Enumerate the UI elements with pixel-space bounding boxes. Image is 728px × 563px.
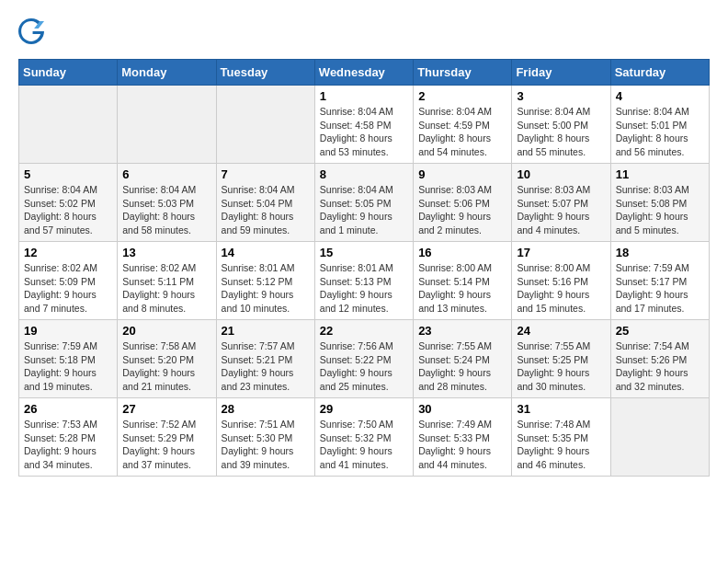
calendar-cell (19, 86, 118, 164)
logo-icon (18, 18, 44, 44)
day-info: Sunrise: 7:52 AM Sunset: 5:29 PM Dayligh… (122, 418, 210, 472)
weekday-header: Sunday (19, 60, 118, 86)
day-number: 30 (418, 402, 506, 416)
day-info: Sunrise: 8:04 AM Sunset: 5:04 PM Dayligh… (222, 183, 310, 237)
day-info: Sunrise: 7:59 AM Sunset: 5:18 PM Dayligh… (24, 339, 112, 394)
calendar-cell: 20Sunrise: 7:58 AM Sunset: 5:20 PM Dayli… (118, 320, 216, 398)
calendar-cell (118, 86, 216, 164)
day-info: Sunrise: 8:04 AM Sunset: 5:05 PM Dayligh… (320, 183, 408, 237)
day-number: 13 (122, 246, 210, 259)
logo (18, 18, 48, 44)
calendar-cell: 4Sunrise: 8:04 AM Sunset: 5:01 PM Daylig… (610, 86, 709, 164)
day-number: 23 (418, 324, 506, 338)
calendar-cell: 18Sunrise: 7:59 AM Sunset: 5:17 PM Dayli… (610, 242, 709, 320)
day-number: 26 (24, 402, 112, 416)
day-number: 31 (517, 402, 605, 416)
calendar-cell: 17Sunrise: 8:00 AM Sunset: 5:16 PM Dayli… (512, 242, 610, 320)
day-number: 19 (24, 324, 112, 338)
day-number: 29 (320, 402, 408, 416)
weekday-header: Wednesday (314, 60, 413, 86)
day-info: Sunrise: 8:04 AM Sunset: 5:02 PM Dayligh… (24, 183, 112, 237)
weekday-header: Monday (118, 60, 216, 86)
calendar-cell: 9Sunrise: 8:03 AM Sunset: 5:06 PM Daylig… (414, 164, 512, 242)
calendar-cell: 24Sunrise: 7:55 AM Sunset: 5:25 PM Dayli… (512, 320, 610, 398)
calendar-cell: 5Sunrise: 8:04 AM Sunset: 5:02 PM Daylig… (19, 164, 118, 242)
day-info: Sunrise: 7:56 AM Sunset: 5:22 PM Dayligh… (320, 339, 408, 394)
day-info: Sunrise: 8:00 AM Sunset: 5:14 PM Dayligh… (418, 261, 506, 316)
day-info: Sunrise: 8:03 AM Sunset: 5:08 PM Dayligh… (616, 183, 704, 237)
day-number: 16 (418, 246, 506, 259)
calendar-week-row: 5Sunrise: 8:04 AM Sunset: 5:02 PM Daylig… (19, 164, 710, 242)
calendar-table: SundayMondayTuesdayWednesdayThursdayFrid… (18, 59, 710, 477)
weekday-header: Thursday (414, 60, 512, 86)
day-number: 11 (616, 167, 704, 181)
day-number: 5 (24, 167, 112, 181)
day-info: Sunrise: 7:48 AM Sunset: 5:35 PM Dayligh… (517, 418, 605, 472)
day-number: 8 (320, 167, 408, 181)
day-number: 24 (517, 324, 605, 338)
calendar-cell: 14Sunrise: 8:01 AM Sunset: 5:12 PM Dayli… (216, 242, 314, 320)
day-number: 12 (24, 246, 112, 259)
day-number: 1 (320, 89, 408, 103)
calendar-cell: 2Sunrise: 8:04 AM Sunset: 4:59 PM Daylig… (414, 86, 512, 164)
calendar-cell: 23Sunrise: 7:55 AM Sunset: 5:24 PM Dayli… (414, 320, 512, 398)
day-number: 6 (122, 167, 210, 181)
day-number: 7 (222, 167, 310, 181)
day-info: Sunrise: 8:03 AM Sunset: 5:07 PM Dayligh… (517, 183, 605, 237)
calendar-cell: 3Sunrise: 8:04 AM Sunset: 5:00 PM Daylig… (512, 86, 610, 164)
calendar-cell: 8Sunrise: 8:04 AM Sunset: 5:05 PM Daylig… (314, 164, 413, 242)
day-info: Sunrise: 8:04 AM Sunset: 4:58 PM Dayligh… (320, 105, 408, 159)
day-info: Sunrise: 7:59 AM Sunset: 5:17 PM Dayligh… (616, 261, 704, 316)
calendar-cell: 16Sunrise: 8:00 AM Sunset: 5:14 PM Dayli… (414, 242, 512, 320)
calendar-cell: 10Sunrise: 8:03 AM Sunset: 5:07 PM Dayli… (512, 164, 610, 242)
calendar-cell (216, 86, 314, 164)
calendar-cell: 15Sunrise: 8:01 AM Sunset: 5:13 PM Dayli… (314, 242, 413, 320)
day-number: 10 (517, 167, 605, 181)
day-info: Sunrise: 7:53 AM Sunset: 5:28 PM Dayligh… (24, 418, 112, 472)
day-info: Sunrise: 8:04 AM Sunset: 5:03 PM Dayligh… (122, 183, 210, 237)
day-number: 4 (616, 89, 704, 103)
day-info: Sunrise: 7:54 AM Sunset: 5:26 PM Dayligh… (616, 339, 704, 394)
day-info: Sunrise: 7:55 AM Sunset: 5:24 PM Dayligh… (418, 339, 506, 394)
day-info: Sunrise: 8:01 AM Sunset: 5:12 PM Dayligh… (222, 261, 310, 316)
calendar-cell: 7Sunrise: 8:04 AM Sunset: 5:04 PM Daylig… (216, 164, 314, 242)
weekday-header: Saturday (610, 60, 709, 86)
calendar-cell: 25Sunrise: 7:54 AM Sunset: 5:26 PM Dayli… (610, 320, 709, 398)
day-number: 17 (517, 246, 605, 259)
day-info: Sunrise: 8:04 AM Sunset: 4:59 PM Dayligh… (418, 105, 506, 159)
day-info: Sunrise: 8:01 AM Sunset: 5:13 PM Dayligh… (320, 261, 408, 316)
day-number: 3 (517, 89, 605, 103)
day-number: 20 (122, 324, 210, 338)
calendar-cell: 29Sunrise: 7:50 AM Sunset: 5:32 PM Dayli… (314, 398, 413, 477)
day-info: Sunrise: 7:50 AM Sunset: 5:32 PM Dayligh… (320, 418, 408, 472)
calendar-cell: 30Sunrise: 7:49 AM Sunset: 5:33 PM Dayli… (414, 398, 512, 477)
day-number: 15 (320, 246, 408, 259)
calendar-cell: 19Sunrise: 7:59 AM Sunset: 5:18 PM Dayli… (19, 320, 118, 398)
weekday-header: Friday (512, 60, 610, 86)
day-info: Sunrise: 8:04 AM Sunset: 5:00 PM Dayligh… (517, 105, 605, 159)
calendar-cell (610, 398, 709, 477)
day-number: 18 (616, 246, 704, 259)
calendar-week-row: 26Sunrise: 7:53 AM Sunset: 5:28 PM Dayli… (19, 398, 710, 477)
day-info: Sunrise: 8:03 AM Sunset: 5:06 PM Dayligh… (418, 183, 506, 237)
day-number: 21 (222, 324, 310, 338)
calendar-week-row: 1Sunrise: 8:04 AM Sunset: 4:58 PM Daylig… (19, 86, 710, 164)
day-info: Sunrise: 8:02 AM Sunset: 5:09 PM Dayligh… (24, 261, 112, 316)
calendar-cell: 21Sunrise: 7:57 AM Sunset: 5:21 PM Dayli… (216, 320, 314, 398)
day-info: Sunrise: 7:57 AM Sunset: 5:21 PM Dayligh… (222, 339, 310, 394)
day-info: Sunrise: 8:02 AM Sunset: 5:11 PM Dayligh… (122, 261, 210, 316)
calendar-cell: 22Sunrise: 7:56 AM Sunset: 5:22 PM Dayli… (314, 320, 413, 398)
page-header (18, 18, 710, 44)
day-number: 27 (122, 402, 210, 416)
calendar-cell: 27Sunrise: 7:52 AM Sunset: 5:29 PM Dayli… (118, 398, 216, 477)
day-number: 2 (418, 89, 506, 103)
day-number: 28 (222, 402, 310, 416)
weekday-header: Tuesday (216, 60, 314, 86)
day-number: 22 (320, 324, 408, 338)
day-info: Sunrise: 7:58 AM Sunset: 5:20 PM Dayligh… (122, 339, 210, 394)
day-info: Sunrise: 7:49 AM Sunset: 5:33 PM Dayligh… (418, 418, 506, 472)
calendar-cell: 28Sunrise: 7:51 AM Sunset: 5:30 PM Dayli… (216, 398, 314, 477)
calendar-cell: 6Sunrise: 8:04 AM Sunset: 5:03 PM Daylig… (118, 164, 216, 242)
day-number: 14 (222, 246, 310, 259)
day-info: Sunrise: 8:00 AM Sunset: 5:16 PM Dayligh… (517, 261, 605, 316)
